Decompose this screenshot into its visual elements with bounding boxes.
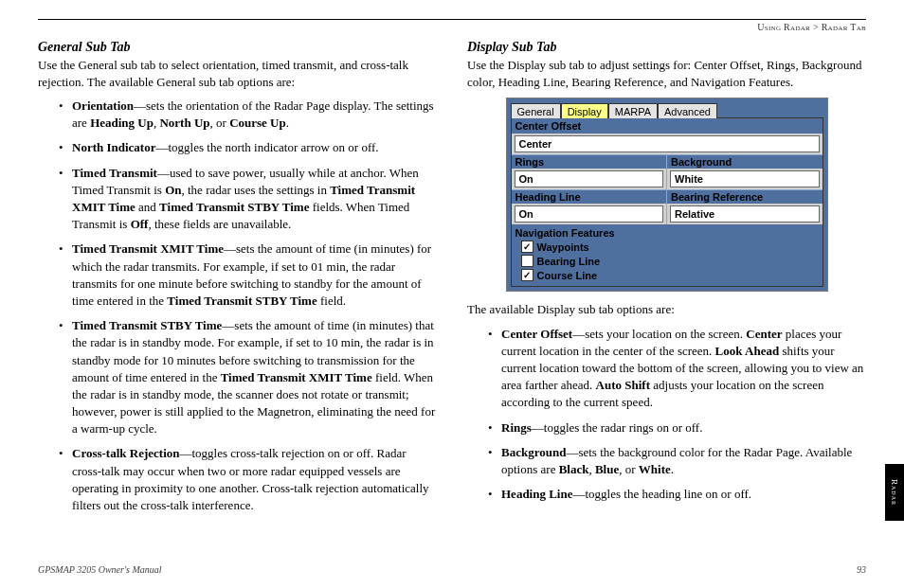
content-columns: General Sub Tab Use the General sub tab … [38,40,866,522]
heading-line-field[interactable]: On [515,205,664,223]
bearing-line-chk-label: Bearing Line [537,256,601,267]
nav-features-group: Navigation Features ✓ Waypoints Bearing … [512,224,823,286]
page-number: 93 [857,564,866,575]
bearing-ref-field[interactable]: Relative [670,205,820,223]
checkbox-icon: ✓ [521,269,533,281]
display-caption: The available Display sub tab options ar… [467,301,866,318]
tab-bar: General Display MARPA Advanced [511,102,823,117]
left-column: General Sub Tab Use the General sub tab … [38,40,437,522]
background-field[interactable]: White [670,170,820,187]
tab-general[interactable]: General [511,103,561,118]
breadcrumb-page: Radar Tab [822,22,866,32]
opt-north-indicator: North Indicator—toggles the north indica… [59,139,437,156]
general-options-list: Orientation—sets the orientation of the … [38,98,437,514]
general-heading: General Sub Tab [38,40,437,55]
display-options-list: Center Offset—sets your location on the … [467,326,866,504]
thumb-tab-radar: Radar [885,464,904,521]
bearing-ref-label: Bearing Reference [667,189,823,204]
checkbox-icon: ✓ [521,241,533,253]
opt-orientation: Orientation—sets the orientation of the … [59,98,437,132]
display-subtab-screenshot: General Display MARPA Advanced Center Of… [506,98,828,292]
display-heading: Display Sub Tab [467,40,866,55]
opt-stby-time: Timed Transmit STBY Time—sets the amount… [59,317,437,437]
rings-field[interactable]: On [515,170,664,187]
manual-page: Using Radar > Radar Tab General Sub Tab … [0,0,904,588]
opt-center-offset: Center Offset—sets your location on the … [488,326,866,412]
opt-timed-transmit: Timed Transmit—used to save power, usual… [59,165,437,234]
general-intro: Use the General sub tab to select orient… [38,57,437,90]
opt-crosstalk: Cross-talk Rejection—toggles cross-talk … [59,445,437,514]
display-panel: Center Offset Center Rings On Background… [511,117,823,287]
right-column: Display Sub Tab Use the Display sub tab … [467,40,866,522]
waypoints-label: Waypoints [537,241,589,253]
course-line-label: Course Line [537,270,598,281]
heading-line-label: Heading Line [512,189,667,204]
tab-marpa[interactable]: MARPA [608,103,658,118]
manual-title: GPSMAP 3205 Owner's Manual [38,564,162,575]
breadcrumb-sep: > [810,22,822,32]
background-label: Background [667,154,823,169]
breadcrumb-section: Using Radar [757,22,810,32]
header-rule [38,19,866,20]
center-offset-label: Center Offset [512,118,823,134]
opt-background: Background—sets the background color for… [488,444,866,478]
opt-rings: Rings—toggles the radar rings on or off. [488,419,866,437]
nav-features-label: Navigation Features [515,226,819,240]
waypoints-checkbox[interactable]: ✓ Waypoints [515,240,819,254]
center-offset-field[interactable]: Center [515,135,820,152]
opt-heading-line: Heading Line—toggles the heading line on… [488,486,866,503]
tab-display[interactable]: Display [561,103,608,118]
page-footer: GPSMAP 3205 Owner's Manual 93 [38,564,866,575]
rings-label: Rings [512,154,667,169]
tab-advanced[interactable]: Advanced [658,103,717,118]
bearing-line-checkbox[interactable]: Bearing Line [515,254,819,268]
breadcrumb: Using Radar > Radar Tab [38,22,866,32]
checkbox-icon [521,255,533,267]
course-line-checkbox[interactable]: ✓ Course Line [515,268,819,282]
display-intro: Use the Display sub tab to adjust settin… [467,57,866,90]
opt-xmit-time: Timed Transmit XMIT Time—sets the amount… [59,241,437,310]
